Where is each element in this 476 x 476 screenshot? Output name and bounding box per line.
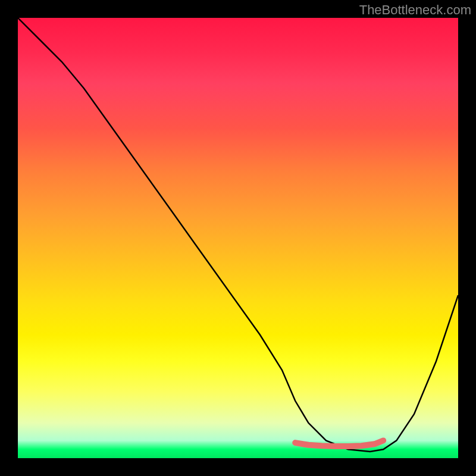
chart-series-curve <box>18 18 458 452</box>
chart-series-marker <box>295 440 383 446</box>
chart-container <box>18 18 458 458</box>
watermark-text: TheBottleneck.com <box>359 2 471 18</box>
chart-overlay-svg <box>18 18 458 458</box>
